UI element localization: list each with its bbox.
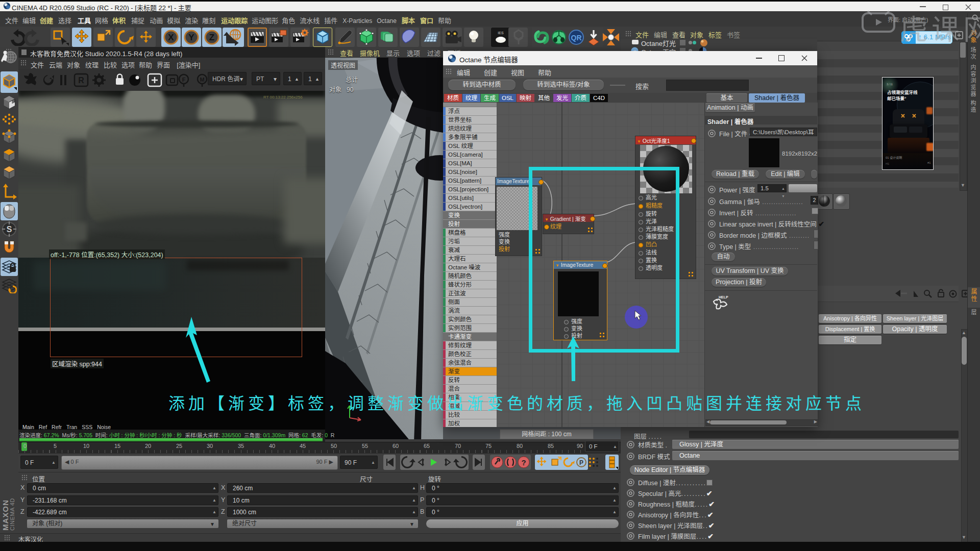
svg-text:IES: IES (498, 31, 504, 35)
svg-text:S: S (7, 225, 12, 234)
svg-text:F: F (182, 77, 186, 83)
svg-text:Y: Y (188, 33, 194, 42)
svg-text:?: ? (521, 458, 526, 467)
svg-text:QR: QR (571, 34, 582, 42)
svg-text:HELP: HELP (719, 295, 728, 299)
svg-text:P: P (579, 459, 583, 466)
svg-text:X: X (168, 33, 174, 42)
svg-text:M: M (200, 77, 204, 83)
svg-text:Z: Z (209, 33, 214, 42)
svg-text:R: R (78, 76, 84, 85)
